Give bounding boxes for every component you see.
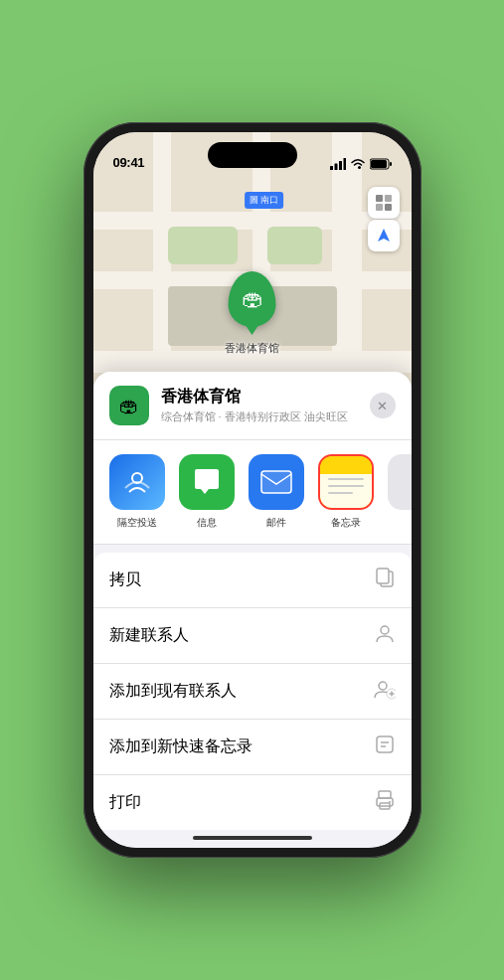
- action-list: 拷贝 新建联系人: [93, 553, 412, 830]
- svg-rect-1: [334, 164, 337, 171]
- mail-label: 邮件: [266, 516, 286, 530]
- action-add-existing[interactable]: 添加到现有联系人: [93, 664, 412, 720]
- location-icon: [376, 228, 392, 244]
- notes-label: 备忘录: [331, 516, 361, 530]
- share-row: 隔空投送 信息: [93, 440, 412, 545]
- map-style-button[interactable]: [368, 187, 400, 219]
- airdrop-label: 隔空投送: [117, 516, 157, 530]
- phone-screen: 09:41: [93, 132, 412, 848]
- svg-rect-6: [390, 162, 392, 166]
- action-print-label: 打印: [109, 792, 141, 813]
- messages-icon: [179, 454, 235, 510]
- action-print[interactable]: 打印: [93, 775, 412, 830]
- marker-stadium-icon: 🏟: [242, 286, 263, 312]
- venue-icon: 🏟: [109, 386, 149, 425]
- map-controls: [368, 187, 400, 251]
- svg-rect-3: [343, 158, 346, 170]
- stadium-marker: 🏟 香港体育馆: [225, 271, 279, 356]
- share-more[interactable]: [388, 454, 412, 530]
- svg-rect-10: [385, 204, 392, 211]
- status-icons: [330, 158, 392, 170]
- share-messages[interactable]: 信息: [179, 454, 235, 530]
- signal-icon: [330, 158, 346, 170]
- action-add-note-label: 添加到新快速备忘录: [109, 736, 252, 757]
- copy-icon: [374, 567, 396, 593]
- action-new-contact-label: 新建联系人: [109, 625, 189, 646]
- battery-icon: [370, 158, 392, 170]
- svg-rect-0: [330, 166, 333, 170]
- svg-point-17: [381, 626, 389, 634]
- share-notes[interactable]: 备忘录: [318, 454, 374, 530]
- add-note-icon: [374, 734, 396, 760]
- add-contact-icon: [374, 678, 396, 705]
- marker-label: 香港体育馆: [225, 341, 279, 356]
- notes-icon: [318, 454, 374, 510]
- status-time: 09:41: [113, 155, 145, 170]
- phone-frame: 09:41: [84, 122, 421, 858]
- svg-rect-16: [377, 569, 389, 583]
- messages-svg: [191, 467, 223, 497]
- new-contact-icon: [374, 622, 396, 649]
- mail-icon: [249, 454, 304, 510]
- dynamic-island: [208, 142, 297, 168]
- close-button[interactable]: ✕: [370, 393, 396, 418]
- action-add-note[interactable]: 添加到新快速备忘录: [93, 720, 412, 775]
- airdrop-svg: [121, 466, 153, 498]
- share-mail[interactable]: 邮件: [249, 454, 304, 530]
- svg-rect-9: [376, 204, 383, 211]
- svg-rect-13: [261, 471, 291, 493]
- svg-rect-2: [339, 161, 342, 170]
- mail-svg: [259, 469, 293, 495]
- svg-point-28: [389, 801, 391, 803]
- action-copy-label: 拷贝: [109, 570, 141, 590]
- venue-emoji: 🏟: [119, 395, 139, 417]
- svg-rect-5: [371, 160, 387, 168]
- share-airdrop[interactable]: 隔空投送: [109, 454, 165, 530]
- venue-subtitle: 综合体育馆 · 香港特别行政区 油尖旺区: [161, 409, 358, 424]
- svg-rect-22: [377, 736, 393, 752]
- location-button[interactable]: [368, 220, 400, 251]
- bottom-sheet: 🏟 香港体育馆 综合体育馆 · 香港特别行政区 油尖旺区 ✕: [93, 372, 412, 848]
- action-add-existing-label: 添加到现有联系人: [109, 681, 237, 702]
- venue-name: 香港体育馆: [161, 387, 358, 408]
- print-icon: [374, 789, 396, 816]
- marker-pin: 🏟: [229, 271, 276, 327]
- home-indicator: [193, 836, 312, 840]
- svg-rect-7: [376, 195, 383, 202]
- action-new-contact[interactable]: 新建联系人: [93, 608, 412, 664]
- more-icon: [388, 454, 412, 510]
- svg-marker-11: [378, 229, 390, 242]
- svg-point-18: [379, 682, 387, 690]
- airdrop-icon: [109, 454, 165, 510]
- venue-header: 🏟 香港体育馆 综合体育馆 · 香港特别行政区 油尖旺区 ✕: [93, 372, 412, 440]
- venue-info: 香港体育馆 综合体育馆 · 香港特别行政区 油尖旺区: [161, 387, 358, 424]
- map-label: 圖 南口: [245, 192, 284, 209]
- svg-rect-25: [379, 791, 391, 798]
- messages-label: 信息: [197, 516, 217, 530]
- svg-rect-8: [385, 195, 392, 202]
- map-style-icon: [375, 194, 393, 212]
- action-copy[interactable]: 拷贝: [93, 553, 412, 608]
- wifi-icon: [350, 158, 366, 170]
